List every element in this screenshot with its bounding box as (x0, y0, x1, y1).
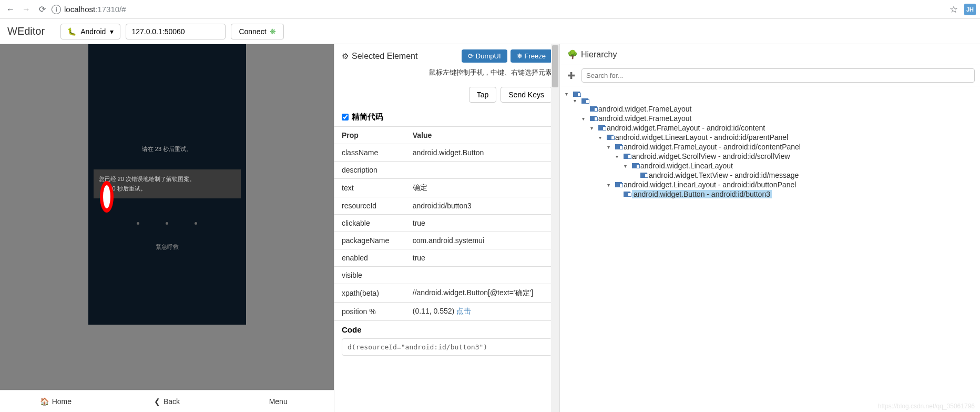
simplify-checkbox[interactable] (342, 114, 349, 120)
nav-menu[interactable]: Menu (222, 390, 334, 412)
chevron-down-icon: ▾ (110, 27, 114, 36)
retry-text: 请在 23 秒后重试。 (88, 145, 246, 153)
mouse-hint: 鼠标左键控制手机，中键、右键选择元素 (334, 68, 559, 82)
back-chevron-icon: ❮ (154, 397, 160, 406)
platform-select[interactable]: 🐛 Android ▾ (60, 24, 120, 39)
app-logo: WEditor (7, 25, 45, 37)
tree-node[interactable]: ▾ (565, 97, 975, 104)
reload-icon[interactable]: ⟳ (36, 3, 48, 16)
tree-node[interactable]: ▾ android.widget.FrameLayout - android:i… (565, 142, 975, 152)
dialog-line2: 30 秒后重试。 (109, 184, 236, 194)
platform-label: Android (80, 27, 106, 36)
tree-icon: 🌳 (567, 49, 578, 59)
table-row: description (334, 162, 559, 179)
emergency-text: 紧急呼救 (88, 243, 246, 251)
tree-node[interactable]: ▾ android.widget.ScrollView - android:id… (565, 152, 975, 161)
properties-panel: ⚙ Selected Element ⟳DumpUI ❄Freeze 鼠标左键控… (334, 44, 559, 412)
tap-button[interactable]: Tap (469, 87, 497, 103)
node-icon (581, 98, 588, 104)
table-row: packageNamecom.android.systemui (334, 232, 559, 249)
pattern-dots (88, 222, 246, 225)
tree-toggle-icon[interactable]: ▾ (599, 135, 605, 140)
send-keys-button[interactable]: Send Keys (501, 87, 552, 103)
tree-label[interactable]: android.widget.FrameLayout - android:id/… (607, 124, 765, 132)
freeze-button[interactable]: ❄Freeze (511, 49, 552, 63)
table-row: resourceIdandroid:id/button3 (334, 197, 559, 215)
tree-node[interactable]: android.widget.Button - android:id/butto… (565, 189, 975, 199)
dialog-box: 您已经 20 次错误地绘制了解锁图案。 30 秒后重试。 (94, 169, 241, 198)
tree-toggle-icon[interactable]: ▾ (607, 144, 614, 150)
dump-ui-button[interactable]: ⟳DumpUI (462, 49, 507, 63)
device-screen[interactable]: 请在 23 秒后重试。 您已经 20 次错误地绘制了解锁图案。 30 秒后重试。… (88, 44, 246, 325)
connect-label: Connect (239, 27, 266, 36)
tree-label[interactable]: android.widget.FrameLayout (598, 114, 691, 123)
tree-node[interactable]: ▾ android.widget.LinearLayout (565, 161, 975, 170)
table-row: clickabletrue (334, 215, 559, 232)
tree-node[interactable]: android.widget.TextView - android:id/mes… (565, 170, 975, 180)
node-icon (632, 163, 639, 168)
back-icon[interactable]: ← (4, 3, 17, 16)
th-prop: Prop (334, 127, 405, 144)
tree-toggle-icon[interactable]: ▾ (624, 163, 630, 169)
node-icon (615, 182, 622, 187)
tree-label[interactable]: android.widget.ScrollView - android:id/s… (632, 152, 790, 160)
node-icon (590, 106, 597, 112)
tree-toggle-icon[interactable]: ▾ (574, 98, 580, 104)
node-icon (624, 192, 630, 197)
hierarchy-search-input[interactable] (581, 68, 975, 83)
tree-label[interactable]: android.widget.FrameLayout - android:id/… (624, 143, 801, 151)
leaf-icon: ❋ (270, 27, 276, 36)
tree-label[interactable]: android.widget.LinearLayout - android:id… (624, 180, 796, 189)
node-icon (624, 154, 630, 159)
android-icon: 🐛 (67, 27, 76, 36)
url-text: localhost:17310/# (64, 5, 126, 14)
profile-badge[interactable]: JH (964, 4, 976, 15)
annotation-marker (100, 181, 114, 213)
tree-toggle-icon[interactable]: ▾ (616, 154, 622, 159)
hierarchy-title: 🌳 Hierarchy (560, 44, 980, 65)
code-box[interactable]: d(resourceId="android:id/button3") (342, 338, 552, 356)
tree-label[interactable]: android.widget.Button - android:id/butto… (632, 190, 772, 198)
tree-node[interactable]: ▾ android.widget.FrameLayout (565, 114, 975, 123)
position-click-link[interactable]: 点击 (456, 307, 471, 315)
hierarchy-tree: ▾▾ android.widget.FrameLayout▾ android.w… (560, 86, 980, 203)
device-panel: 请在 23 秒后重试。 您已经 20 次错误地绘制了解锁图案。 30 秒后重试。… (0, 44, 334, 412)
dialog-line1: 您已经 20 次错误地绘制了解锁图案。 (99, 175, 236, 184)
browser-bar: ← → ⟳ i localhost:17310/# ☆ JH (0, 0, 980, 19)
table-row: classNameandroid.widget.Button (334, 144, 559, 162)
code-header: Code (334, 320, 559, 338)
node-icon (640, 173, 647, 178)
watermark: https://blog.csdn.net/qq_35061796 (878, 403, 975, 410)
url-bar[interactable]: i localhost:17310/# (52, 5, 946, 14)
refresh-icon: ⟳ (468, 52, 474, 60)
tree-label[interactable]: android.widget.LinearLayout (640, 162, 733, 170)
tree-label[interactable]: android.widget.LinearLayout - android:id… (615, 133, 788, 142)
tree-node[interactable]: ▾ (565, 91, 975, 97)
tree-toggle-icon[interactable]: ▾ (590, 125, 597, 131)
star-icon[interactable]: ☆ (950, 4, 958, 15)
tree-toggle-icon[interactable]: ▾ (582, 116, 588, 122)
node-icon (598, 125, 605, 130)
nav-back[interactable]: ❮Back (111, 390, 223, 412)
tree-label[interactable]: android.widget.TextView - android:id/mes… (649, 171, 799, 179)
gear-icon: ⚙ (342, 52, 349, 61)
th-value: Value (405, 127, 559, 144)
nav-home[interactable]: 🏠Home (0, 390, 111, 412)
app-toolbar: WEditor 🐛 Android ▾ Connect ❋ (0, 19, 980, 44)
forward-icon[interactable]: → (20, 3, 33, 16)
host-input[interactable] (126, 24, 226, 39)
tree-node[interactable]: android.widget.FrameLayout (565, 104, 975, 114)
tree-node[interactable]: ▾ android.widget.LinearLayout - android:… (565, 133, 975, 142)
tree-toggle-icon[interactable]: ▾ (565, 91, 571, 97)
tree-node[interactable]: ▾ android.widget.LinearLayout - android:… (565, 180, 975, 189)
tree-node[interactable]: ▾ android.widget.FrameLayout - android:i… (565, 123, 975, 133)
scrollbar[interactable] (551, 44, 559, 412)
bottom-nav: 🏠Home ❮Back Menu (0, 390, 334, 412)
add-button[interactable]: ✚ (565, 70, 577, 82)
tree-toggle-icon[interactable]: ▾ (607, 182, 614, 188)
tree-label[interactable]: android.widget.FrameLayout (598, 105, 691, 113)
info-icon[interactable]: i (52, 5, 61, 14)
connect-button[interactable]: Connect ❋ (231, 24, 283, 39)
node-icon (607, 135, 614, 140)
props-table: PropValue classNameandroid.widget.Button… (334, 126, 559, 320)
